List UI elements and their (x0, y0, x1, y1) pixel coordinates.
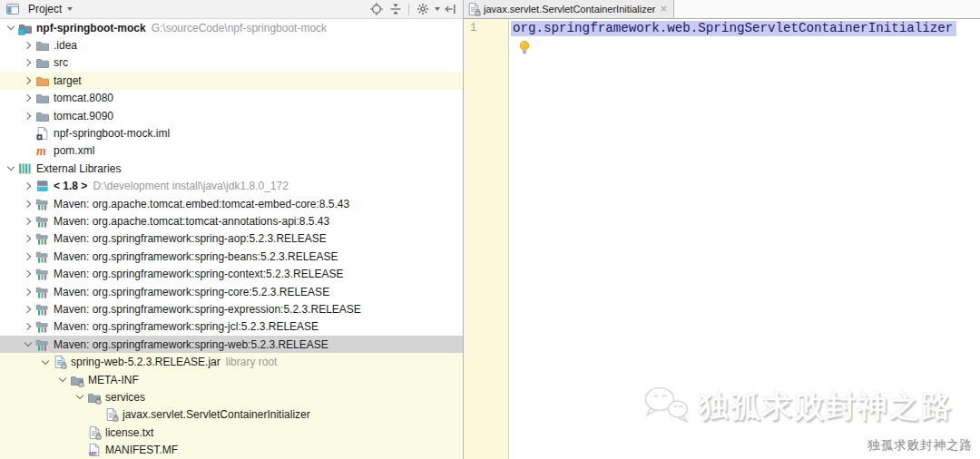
chevron-down-icon[interactable] (3, 21, 18, 35)
chevron-down-icon[interactable] (20, 337, 35, 352)
tree-row[interactable]: Maven: org.apache.tomcat:tomcat-annotati… (0, 212, 463, 230)
tree-indent (0, 450, 72, 451)
chevron-right-icon[interactable] (20, 319, 35, 334)
tree-item-label: Maven: org.springframework:spring-jcl:5.… (54, 320, 318, 333)
chevron-right-icon[interactable] (20, 38, 35, 53)
watermark-title: 独孤求败封神之路 (699, 386, 953, 427)
tree-indent (0, 80, 20, 81)
settings-gear-button[interactable] (413, 1, 432, 17)
text-file-locked-icon (87, 425, 102, 440)
project-tool-icon (5, 2, 20, 16)
chevron-down-icon[interactable] (37, 355, 53, 369)
library-icon (35, 285, 50, 299)
chevron-right-icon[interactable] (20, 197, 35, 211)
chevron-right-icon[interactable] (20, 249, 35, 264)
tree-indent-spacer (89, 407, 104, 422)
tree-indent (0, 239, 20, 239)
intention-bulb-icon[interactable] (518, 40, 531, 54)
select-opened-file-button[interactable] (367, 1, 386, 17)
tree-row[interactable]: javax.servlet.ServletContainerInitialize… (0, 406, 463, 424)
chevron-right-icon[interactable] (20, 55, 35, 70)
tree-indent (0, 274, 20, 275)
editor-body[interactable]: 1 org.springframework.web.SpringServletC… (464, 19, 980, 459)
tree-row[interactable]: Maven: org.springframework:spring-aop:5.… (0, 230, 463, 248)
external-libraries-icon (18, 161, 33, 176)
tree-row[interactable]: .idea (0, 36, 463, 54)
chevron-down-icon[interactable] (54, 373, 70, 387)
tree-item-label: External Libraries (36, 162, 121, 175)
library-icon (35, 302, 50, 317)
chevron-right-icon[interactable] (20, 302, 35, 317)
chevron-right-icon[interactable] (20, 267, 35, 281)
chevron-down-icon[interactable] (72, 390, 87, 405)
project-tree[interactable]: npf-springboot-mockG:\sourceCode\npf-spr… (0, 19, 463, 459)
chevron-right-icon[interactable] (20, 91, 35, 105)
editor-tab-bar: javax.servlet.ServletContainerInitialize… (464, 0, 980, 19)
tree-row[interactable]: tomcat.8080 (0, 90, 463, 107)
file-locked-icon (466, 2, 481, 16)
folder-icon (35, 91, 50, 105)
tree-item-label: target (54, 74, 82, 87)
svg-text:m: m (36, 144, 46, 158)
library-icon (35, 337, 50, 352)
chevron-right-icon[interactable] (20, 109, 35, 123)
tree-item-suffix: library root (226, 356, 278, 368)
tree-row[interactable]: Maven: org.apache.tomcat.embed:tomcat-em… (0, 195, 463, 212)
tree-row[interactable]: META-INF (0, 371, 463, 388)
tree-row[interactable]: npf-springboot-mock.iml (0, 124, 463, 142)
chevron-right-icon[interactable] (20, 214, 35, 229)
file-locked-icon (104, 407, 119, 422)
tree-indent (0, 220, 20, 221)
tab-label: javax.servlet.ServletContainerInitialize… (484, 4, 656, 15)
tree-row[interactable]: Maven: org.springframework:spring-jcl:5.… (0, 318, 463, 336)
code-area[interactable]: org.springframework.web.SpringServletCon… (510, 19, 980, 54)
tree-row[interactable]: tomcat.9090 (0, 107, 463, 124)
tree-row[interactable]: mpom.xml (0, 142, 463, 160)
tree-indent (0, 344, 20, 345)
tree-row[interactable]: Maven: org.springframework:spring-contex… (0, 265, 463, 282)
wechat-logo-icon (641, 384, 693, 429)
tree-item-label: npf-springboot-mock (36, 22, 146, 34)
chevron-right-icon[interactable] (20, 285, 35, 299)
chevron-down-icon[interactable] (3, 161, 18, 176)
tree-row[interactable]: < 1.8 >D:\development install\java\jdk1.… (0, 178, 463, 195)
editor-gutter: 1 (464, 19, 509, 459)
folder-icon (35, 109, 50, 123)
tree-row[interactable]: spring-web-5.2.3.RELEASE.jarlibrary root (0, 353, 463, 370)
library-icon (35, 319, 50, 334)
tree-row[interactable]: Maven: org.springframework:spring-web:5.… (0, 336, 463, 353)
collapse-all-button[interactable] (386, 1, 405, 17)
tree-item-label: Maven: org.springframework:spring-contex… (54, 268, 343, 280)
project-panel-header: Project (0, 0, 463, 19)
tree-indent (0, 379, 54, 380)
chevron-right-icon[interactable] (20, 73, 35, 88)
tree-item-suffix: G:\sourceCode\npf-springboot-mock (152, 22, 327, 34)
tree-item-label: MANIFEST.MF (105, 444, 178, 456)
tree-item-label: Maven: org.apache.tomcat:tomcat-annotati… (54, 215, 329, 228)
chevron-right-icon[interactable] (20, 179, 35, 193)
tree-item-label: src (54, 56, 68, 69)
tree-indent (0, 203, 20, 204)
tree-row[interactable]: target (0, 72, 463, 89)
tree-row[interactable]: Maven: org.springframework:spring-expres… (0, 300, 463, 317)
tree-item-label: tomcat.9090 (54, 110, 113, 122)
close-icon[interactable]: × (661, 5, 668, 14)
selected-text[interactable]: org.springframework.web.SpringServletCon… (511, 21, 956, 36)
tree-row[interactable]: Maven: org.springframework:spring-beans:… (0, 248, 463, 265)
code-line[interactable]: org.springframework.web.SpringServletCon… (510, 21, 980, 36)
tree-row[interactable]: license.txt (0, 424, 463, 441)
tree-row[interactable]: npf-springboot-mockG:\sourceCode\npf-spr… (0, 19, 463, 36)
chevron-down-icon[interactable] (67, 7, 73, 11)
hide-panel-button[interactable] (440, 1, 459, 17)
editor-tab[interactable]: javax.servlet.ServletContainerInitialize… (464, 0, 674, 18)
tree-indent-spacer (20, 126, 35, 141)
watermark-subtitle: 独孤求败封神之路 (641, 437, 973, 454)
tree-row[interactable]: src (0, 54, 463, 72)
tree-row[interactable]: Maven: org.springframework:spring-core:5… (0, 283, 463, 300)
tree-row[interactable]: MFMANIFEST.MF (0, 441, 463, 458)
jdk-icon (35, 179, 50, 193)
manifest-file-icon: MF (87, 443, 102, 457)
tree-row[interactable]: External Libraries (0, 160, 463, 177)
chevron-right-icon[interactable] (20, 231, 35, 246)
tree-row[interactable]: services (0, 388, 463, 405)
